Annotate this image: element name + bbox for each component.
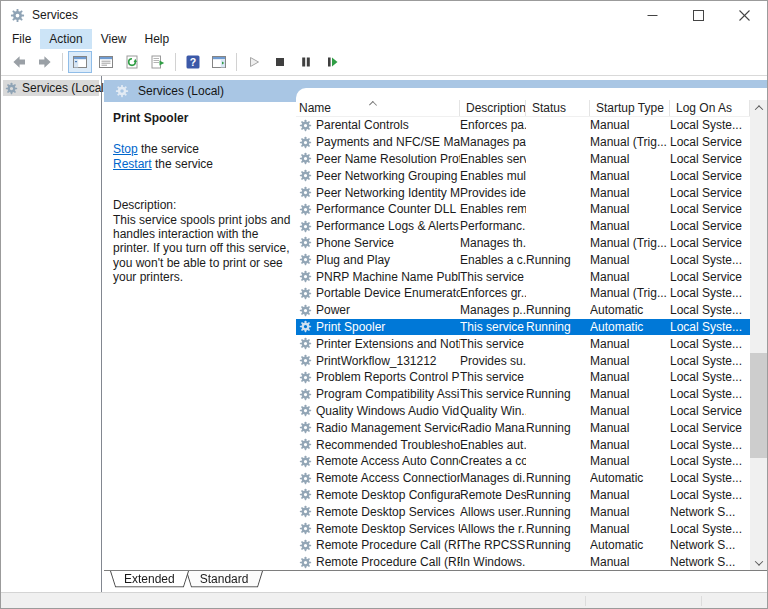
service-row[interactable]: Remote Desktop Services U...Allows the r…: [296, 520, 750, 537]
service-status-cell: [526, 167, 590, 184]
minimize-button[interactable]: [629, 1, 675, 29]
service-description-cell: Quality Win...: [460, 403, 526, 420]
service-row[interactable]: Phone ServiceManages th...Manual (Trig..…: [296, 235, 750, 252]
service-name: Quality Windows Audio Vid...: [316, 404, 460, 418]
service-name-cell: Remote Procedure Call (RP...: [296, 554, 460, 570]
service-logon-cell: Local Service: [670, 235, 750, 252]
scrollbar-track[interactable]: [750, 115, 767, 555]
service-name-cell: Plug and Play: [296, 251, 460, 268]
service-row[interactable]: Performance Logs & AlertsPerformanc...Ma…: [296, 218, 750, 235]
service-row[interactable]: Performance Counter DLL ...Enables rem..…: [296, 201, 750, 218]
service-logon-cell: Local Service: [670, 268, 750, 285]
service-description-cell: The RPCSS s...: [460, 537, 526, 554]
service-row[interactable]: Peer Networking Identity M...Provides id…: [296, 184, 750, 201]
back-button[interactable]: [7, 51, 31, 73]
service-name-cell: Print Spooler: [296, 319, 460, 336]
service-row[interactable]: Plug and PlayEnables a c...RunningManual…: [296, 251, 750, 268]
view-tab-bar: ExtendedStandard: [104, 570, 767, 592]
service-row[interactable]: Quality Windows Audio Vid...Quality Win.…: [296, 403, 750, 420]
service-row[interactable]: Payments and NFC/SE Man...Manages pa...M…: [296, 134, 750, 151]
tab-extended[interactable]: Extended: [110, 571, 189, 590]
service-logon-cell: Network S...: [670, 503, 750, 520]
service-row[interactable]: Remote Access Connection...Manages di...…: [296, 470, 750, 487]
service-name: Remote Desktop Configurat...: [316, 488, 460, 502]
service-name-cell: Performance Logs & Alerts: [296, 218, 460, 235]
service-row[interactable]: Program Compatibility Assi...This servic…: [296, 386, 750, 403]
service-row[interactable]: Printer Extensions and Notif...This serv…: [296, 335, 750, 352]
restart-service-link[interactable]: Restart: [113, 157, 152, 171]
service-status-cell: [526, 235, 590, 252]
service-logon-cell: Local Syste...: [670, 335, 750, 352]
service-status-cell: [526, 453, 590, 470]
service-status-cell: Running: [526, 319, 590, 336]
scroll-down-button[interactable]: [750, 555, 767, 570]
refresh-button[interactable]: [120, 51, 144, 73]
show-action-pane-button[interactable]: [207, 51, 231, 73]
services-gear-icon: [5, 82, 18, 95]
vertical-scrollbar[interactable]: [750, 100, 767, 570]
service-name: Recommended Troublesho...: [316, 438, 460, 452]
stop-service-link[interactable]: Stop: [113, 142, 138, 156]
service-row[interactable]: Problem Reports Control Pa...This servic…: [296, 369, 750, 386]
menu-file[interactable]: File: [3, 29, 40, 49]
service-row[interactable]: Peer Name Resolution Prot...Enables serv…: [296, 151, 750, 168]
service-row[interactable]: PowerManages p...RunningAutomaticLocal S…: [296, 302, 750, 319]
service-row[interactable]: Recommended Troublesho...Enables aut...M…: [296, 436, 750, 453]
service-row[interactable]: PrintWorkflow_131212Provides su...Manual…: [296, 352, 750, 369]
scrollbar-thumb[interactable]: [750, 353, 767, 459]
column-header-startup-type[interactable]: Startup Type: [590, 100, 670, 116]
service-row[interactable]: Portable Device Enumerator...Enforces gr…: [296, 285, 750, 302]
service-logon-cell: Local Syste...: [670, 436, 750, 453]
service-row[interactable]: Remote Desktop Configurat...Remote Des..…: [296, 487, 750, 504]
service-row[interactable]: Remote Procedure Call (RPC)The RPCSS s..…: [296, 537, 750, 554]
column-header-log-on-as[interactable]: Log On As: [670, 100, 750, 116]
service-name: Remote Procedure Call (RPC): [316, 538, 460, 552]
service-logon-cell: Local Syste...: [670, 117, 750, 134]
menu-bar: FileActionViewHelp: [1, 29, 767, 49]
column-header-description[interactable]: Description: [460, 100, 526, 116]
forward-button[interactable]: [33, 51, 57, 73]
menu-action[interactable]: Action: [40, 29, 91, 49]
show-console-tree-button[interactable]: [68, 51, 92, 73]
service-row[interactable]: PNRP Machine Name Publi...This service .…: [296, 268, 750, 285]
service-description-cell: Enables rem...: [460, 201, 526, 218]
properties-button[interactable]: [94, 51, 118, 73]
help-button[interactable]: ?: [181, 51, 205, 73]
menu-help[interactable]: Help: [136, 29, 179, 49]
service-startup-cell: Manual (Trig...: [590, 134, 670, 151]
service-description-cell: Enforces pa...: [460, 117, 526, 134]
close-button[interactable]: [721, 1, 767, 29]
service-gear-icon: [299, 236, 312, 249]
service-name-cell: Payments and NFC/SE Man...: [296, 134, 460, 151]
service-gear-icon: [299, 169, 312, 182]
service-row[interactable]: Radio Management ServiceRadio Mana...Run…: [296, 419, 750, 436]
scroll-up-button[interactable]: [750, 100, 767, 115]
column-header-status[interactable]: Status: [526, 100, 590, 116]
restart-service-button[interactable]: [320, 51, 344, 73]
service-row[interactable]: Remote Access Auto Conne...Creates a co.…: [296, 453, 750, 470]
selected-service-title: Print Spooler: [113, 111, 292, 125]
service-row[interactable]: Parental ControlsEnforces pa...ManualLoc…: [296, 117, 750, 134]
maximize-button[interactable]: [675, 1, 721, 29]
column-header-name[interactable]: Name: [296, 100, 460, 116]
tree-item-services-local[interactable]: Services (Local): [3, 80, 99, 96]
tab-standard[interactable]: Standard: [186, 571, 263, 590]
service-status-cell: [526, 403, 590, 420]
stop-service-button[interactable]: [268, 51, 292, 73]
service-status-cell: [526, 134, 590, 151]
menu-view[interactable]: View: [92, 29, 136, 49]
service-row[interactable]: Print SpoolerThis service ...RunningAuto…: [296, 319, 750, 336]
service-startup-cell: Manual: [590, 218, 670, 235]
toolbar: ?: [1, 49, 767, 76]
service-startup-cell: Manual (Trig...: [590, 235, 670, 252]
export-list-button[interactable]: [146, 51, 170, 73]
service-gear-icon: [299, 371, 312, 384]
service-name: Power: [316, 303, 350, 317]
service-row[interactable]: Remote Desktop ServicesAllows user...Run…: [296, 503, 750, 520]
pause-service-button[interactable]: [294, 51, 318, 73]
start-service-button[interactable]: [242, 51, 266, 73]
service-row[interactable]: Peer Networking GroupingEnables mul...Ma…: [296, 167, 750, 184]
service-gear-icon: [299, 404, 312, 417]
tab-label: Extended: [124, 572, 175, 586]
service-row[interactable]: Remote Procedure Call (RP...In Windows..…: [296, 554, 750, 570]
